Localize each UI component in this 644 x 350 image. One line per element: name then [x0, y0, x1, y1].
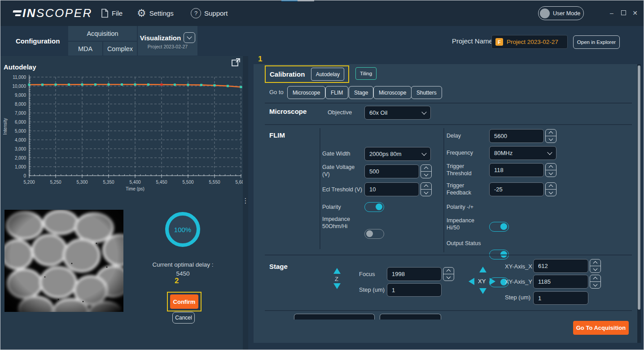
- spinner-down-icon[interactable]: [421, 172, 431, 178]
- gate-width-select[interactable]: 2000ps 80m: [364, 147, 431, 161]
- go-to-acquisition-button[interactable]: Go To Acquisition: [573, 321, 629, 335]
- spinner-down-icon[interactable]: [590, 282, 600, 288]
- delay-spinner[interactable]: [545, 129, 556, 143]
- polarity-label: Polarity: [322, 203, 364, 211]
- tab-visualization[interactable]: Visualization Project 2023-02-27: [138, 26, 197, 56]
- xy-axis-x-spinner[interactable]: [590, 259, 601, 273]
- svg-text:3,000: 3,000: [15, 147, 26, 151]
- maximize-icon[interactable]: [618, 9, 629, 17]
- z-down-arrow[interactable]: [333, 283, 341, 289]
- menu-support[interactable]: ? Support: [191, 0, 228, 26]
- xy-axis-x-input[interactable]: 612: [533, 259, 588, 273]
- focus-input[interactable]: 1998: [387, 267, 442, 281]
- spinner-down-icon[interactable]: [421, 190, 431, 196]
- goto-microscope-button[interactable]: Microscope: [287, 86, 325, 99]
- autodelay-tab-button[interactable]: Autodelay: [311, 68, 344, 81]
- project-name-label: Project Name: [452, 26, 493, 56]
- frequency-select[interactable]: 80MHz: [489, 146, 556, 160]
- tab-mda[interactable]: MDA: [68, 42, 102, 56]
- goto-microscope2-button[interactable]: Microscope: [373, 86, 412, 99]
- chevron-down-icon: [547, 150, 552, 155]
- spinner-up-icon[interactable]: [421, 183, 431, 190]
- logo-text-bold: IN: [22, 6, 36, 20]
- svg-text:Intensity: Intensity: [3, 118, 8, 134]
- impedance-50ohm-toggle[interactable]: [364, 229, 384, 239]
- scrollbar-track[interactable]: [637, 64, 641, 343]
- expand-icon[interactable]: [231, 57, 241, 68]
- spinner-up-icon[interactable]: [421, 165, 431, 172]
- svg-text:5,450: 5,450: [156, 180, 167, 185]
- z-up-arrow[interactable]: [333, 268, 341, 274]
- project-name-input[interactable]: F Project 2023-02-27: [491, 35, 568, 49]
- trigger-feedback-value: -25: [494, 186, 503, 193]
- open-in-explorer-button[interactable]: Open in Explorer: [573, 35, 620, 49]
- close-icon[interactable]: ✕: [629, 9, 641, 17]
- titlebar: IN SCOPER File ⚙ Settings ? Support User…: [0, 0, 644, 26]
- z-label: Z: [335, 276, 338, 283]
- svg-text:5,400: 5,400: [129, 180, 140, 185]
- confirm-button[interactable]: Confirm: [170, 294, 198, 309]
- user-mode-toggle[interactable]: User Mode: [538, 6, 584, 20]
- cancel-button[interactable]: Cancel: [172, 312, 195, 324]
- spinner-up-icon[interactable]: [443, 268, 454, 274]
- polarity-pm-toggle[interactable]: [489, 222, 509, 232]
- trigger-threshold-spinner[interactable]: [545, 163, 556, 177]
- calibration-panel: 1 Calibration Autodelay Tiling Go to Mic…: [248, 56, 644, 350]
- objective-select[interactable]: 60x Oil: [364, 106, 431, 120]
- xy-axis-y-input[interactable]: 1185: [533, 275, 588, 289]
- navbar: Configuration Acquisition MDA Complex Vi…: [0, 26, 644, 56]
- flim-section-title: FLIM: [269, 131, 285, 139]
- spinner-up-icon[interactable]: [590, 259, 600, 266]
- tab-complex[interactable]: Complex: [103, 42, 137, 56]
- panel-splitter[interactable]: ⋮: [243, 56, 248, 350]
- tab-acquisition[interactable]: Acquisition: [68, 26, 137, 41]
- polarity-toggle[interactable]: [364, 202, 384, 212]
- minimize-icon[interactable]: –: [606, 9, 618, 17]
- spinner-down-icon[interactable]: [590, 266, 600, 272]
- xy-axis-x-label: XY-Axis_X: [505, 263, 532, 271]
- divider: [443, 128, 444, 252]
- menu-file[interactable]: File: [101, 0, 123, 26]
- ecl-treshold-input[interactable]: 10: [364, 182, 419, 196]
- spinner-down-icon[interactable]: [546, 190, 556, 196]
- focus-spinner[interactable]: [443, 267, 454, 281]
- xy-axis-y-spinner[interactable]: [590, 275, 601, 289]
- spinner-up-icon[interactable]: [546, 130, 556, 136]
- delay-input[interactable]: 5600: [489, 129, 544, 143]
- user-mode-knob: [540, 9, 550, 18]
- progress-ring: 100%: [165, 212, 200, 247]
- xy-label: XY: [478, 278, 486, 285]
- delay-value: 5600: [494, 133, 507, 139]
- gate-voltage-input[interactable]: 500: [364, 164, 419, 178]
- ecl-treshold-spinner[interactable]: [421, 182, 432, 196]
- scrollbar-thumb[interactable]: [638, 65, 640, 310]
- spinner-down-icon[interactable]: [443, 274, 454, 281]
- trigger-threshold-input[interactable]: 118: [489, 163, 544, 177]
- gate-voltage-spinner[interactable]: [421, 164, 432, 178]
- spinner-up-icon[interactable]: [590, 275, 600, 282]
- svg-text:10,000: 10,000: [12, 84, 26, 89]
- xy-left-arrow[interactable]: [469, 278, 474, 285]
- xy-right-arrow[interactable]: [490, 278, 495, 285]
- spinner-down-icon[interactable]: [546, 136, 556, 143]
- focus-value: 1998: [392, 271, 405, 277]
- trigger-feedback-input[interactable]: -25: [489, 182, 544, 196]
- spinner-up-icon[interactable]: [546, 164, 556, 170]
- goto-flim-button[interactable]: FLIM: [325, 86, 348, 99]
- goto-shutters-button[interactable]: Shutters: [411, 86, 442, 99]
- gate-width-label: Gate Width: [322, 150, 364, 157]
- spinner-up-icon[interactable]: [546, 183, 556, 190]
- calibration-content: Calibration Autodelay Tiling Go to Micro…: [254, 64, 637, 343]
- trigger-feedback-spinner[interactable]: [545, 182, 556, 196]
- goto-stage-button[interactable]: Stage: [349, 86, 373, 99]
- xy-step-input[interactable]: 1: [533, 291, 588, 305]
- menu-settings[interactable]: ⚙ Settings: [137, 0, 174, 26]
- optimal-delay-value: 5450: [135, 270, 231, 277]
- visualization-dropdown-button[interactable]: [184, 32, 195, 43]
- toggle-knob: [366, 230, 373, 237]
- xy-down-arrow[interactable]: [479, 288, 486, 294]
- tiling-tab-button[interactable]: Tiling: [355, 67, 377, 80]
- z-step-input[interactable]: 1: [387, 283, 442, 297]
- xy-up-arrow[interactable]: [479, 267, 486, 272]
- spinner-down-icon[interactable]: [546, 170, 556, 177]
